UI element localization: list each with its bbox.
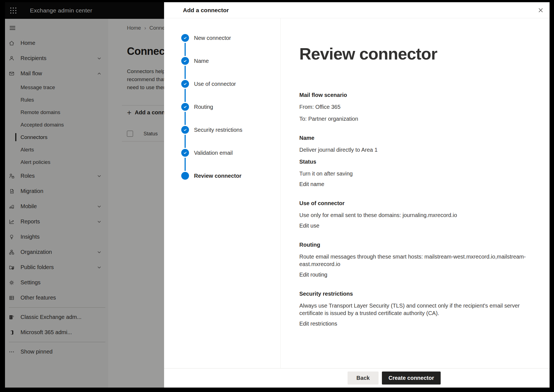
wizard-step-label: Review connector [194, 172, 241, 180]
step-complete-icon [181, 80, 189, 88]
section-text: Always use Transport Layer Security (TLS… [299, 302, 546, 317]
wizard-step-new-connector[interactable]: New connector [164, 34, 280, 57]
wizard-step-name[interactable]: Name [164, 57, 280, 80]
edit-use-link[interactable]: Edit use [299, 222, 319, 229]
wizard-steps: New connectorNameUse of connectorRouting… [164, 18, 281, 368]
section-heading-routing: Routing [299, 241, 546, 249]
section-text: Turn it on after saving [299, 170, 546, 177]
section-heading-security-restrictions: Security restrictions [299, 290, 546, 298]
close-icon [538, 7, 544, 13]
step-complete-icon [181, 149, 189, 157]
back-button[interactable]: Back [348, 372, 379, 385]
edit-name-link[interactable]: Edit name [299, 180, 324, 188]
app-screen: Exchange admin center HomeRecipientsMail… [5, 2, 550, 388]
section-heading-mail-flow-scenario: Mail flow scenario [299, 91, 546, 99]
edit-routing-link[interactable]: Edit routing [299, 271, 327, 278]
wizard-step-routing[interactable]: Routing [164, 103, 280, 126]
modal-body: New connectorNameUse of connectorRouting… [164, 18, 550, 368]
edit-restrictions-link[interactable]: Edit restrictions [299, 320, 337, 327]
screenshot-root: { "colors": { "accent_blue": "#0078d4", … [0, 0, 554, 392]
wizard-step-validation-email[interactable]: Validation email [164, 149, 280, 172]
close-button[interactable] [536, 5, 546, 15]
review-content: Review connector Mail flow scenarioFrom:… [281, 18, 550, 368]
step-complete-icon [181, 103, 189, 111]
create-connector-button[interactable]: Create connector [382, 372, 441, 385]
section-text: Route email messages through these smart… [299, 253, 546, 268]
section-text: From: Office 365 [299, 103, 546, 111]
section-text: To: Partner organization [299, 115, 546, 123]
section-heading-status: Status [299, 158, 546, 166]
step-complete-icon [181, 34, 189, 42]
section-text: Use only for email sent to these domains… [299, 212, 546, 219]
wizard-step-label: Routing [194, 103, 213, 111]
wizard-step-label: Security restrictions [194, 126, 242, 134]
step-current-icon [181, 172, 189, 180]
wizard-step-security-restrictions[interactable]: Security restrictions [164, 126, 280, 149]
wizard-step-label: Name [194, 57, 209, 65]
modal-title: Add a connector [183, 7, 229, 14]
wizard-step-label: New connector [194, 34, 231, 42]
wizard-step-use-of-connector[interactable]: Use of connector [164, 80, 280, 103]
wizard-step-label: Validation email [194, 149, 233, 157]
wizard-step-review-connector[interactable]: Review connector [164, 172, 280, 195]
step-complete-icon [181, 126, 189, 134]
section-heading-name: Name [299, 134, 546, 142]
section-heading-use-of-connector: Use of connector [299, 200, 546, 207]
modal-header: Add a connector [164, 2, 550, 18]
wizard-step-label: Use of connector [194, 80, 236, 88]
review-heading: Review connector [299, 45, 550, 63]
add-connector-panel: Add a connector New connectorNameUse of … [164, 2, 550, 388]
section-text: Deliver journal directly to Area 1 [299, 146, 546, 154]
step-complete-icon [181, 57, 189, 65]
modal-footer: Back Create connector [164, 368, 550, 388]
